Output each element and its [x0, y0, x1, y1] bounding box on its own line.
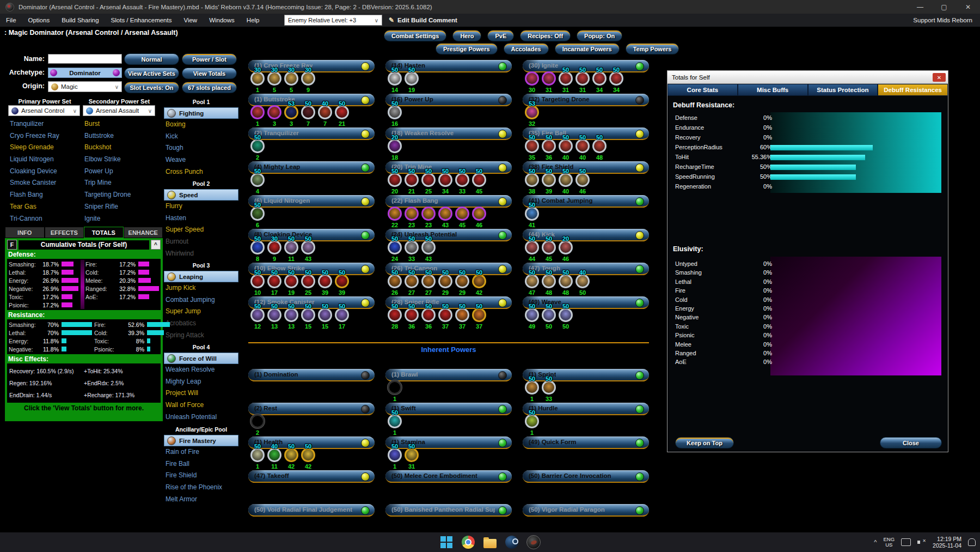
enhancement-slot[interactable]: 5015 — [301, 308, 315, 322]
enhancement-slot[interactable]: 504 — [250, 173, 265, 187]
language-indicator[interactable]: ENGUS — [883, 537, 895, 548]
enhancement-slot[interactable]: 506 — [250, 207, 265, 221]
power-list-item-project-will[interactable]: Project Will — [166, 387, 238, 399]
power-entry-hasten[interactable]: (14) Hasten50145019 — [385, 60, 512, 92]
menu-file[interactable]: File — [0, 14, 22, 27]
enhancement-slot[interactable]: 45 — [455, 207, 469, 221]
support-mids-reborn-link[interactable]: Support Mids Reborn — [913, 14, 972, 27]
view-active-sets-button[interactable]: View Active Sets — [124, 68, 179, 79]
67-slots-placed-button[interactable]: 67 slots placed — [182, 82, 237, 93]
enhancement-slot[interactable]: 2 — [250, 414, 265, 428]
power-entry-takeoff[interactable]: (47) Takeoff — [248, 470, 375, 502]
power-list-item-trip-mine[interactable]: Trip Mine — [84, 177, 157, 189]
power-list-item-burst[interactable]: Burst — [84, 118, 157, 130]
enhancement-slot[interactable]: 5021 — [335, 105, 349, 119]
combat-settings-button[interactable]: Combat Settings — [384, 30, 446, 41]
menu-build-sharing[interactable]: Build Sharing — [56, 14, 105, 27]
totals-for-self-titlebar[interactable]: Totals for Self ✕ — [667, 71, 948, 84]
power-list-item-combat-jumping[interactable]: Combat Jumping — [166, 294, 238, 306]
power-list-item-kick[interactable]: Kick — [166, 131, 238, 143]
enhancement-slot[interactable]: 5043 — [301, 240, 315, 254]
tab-effects[interactable]: EFFECTS — [45, 227, 84, 238]
menu-help[interactable]: Help — [241, 14, 266, 27]
enhancement-slot[interactable]: 1 — [250, 105, 265, 119]
power-list-item-weaken-resolve[interactable]: Weaken Resolve — [166, 364, 238, 376]
power-entry-combat-jumping[interactable]: (41) Combat Jumping5041 — [523, 195, 649, 227]
tab-info[interactable]: INFO — [5, 227, 45, 238]
enhancement-slot[interactable]: 5039 — [542, 173, 556, 187]
mids-reborn-taskbar-icon[interactable] — [526, 535, 541, 549]
power-bar[interactable]: (1) Brawl — [385, 369, 512, 381]
enhancement-slot[interactable]: 5031 — [405, 448, 419, 462]
enhancement-slot[interactable]: 5048 — [592, 139, 607, 153]
power-list-item-super-speed[interactable]: Super Speed — [166, 224, 238, 236]
taskbar-clock[interactable]: 12:19 PM2025-11-04 — [933, 536, 961, 549]
menu-view[interactable]: View — [177, 14, 203, 27]
power-bar[interactable]: (2) Rest — [248, 403, 375, 415]
power-entry-void-radial-final-judgement[interactable]: (50) Void Radial Final Judgement — [248, 504, 375, 536]
chrome-icon[interactable] — [461, 535, 475, 549]
enhancement-slot[interactable]: 5021 — [405, 173, 419, 187]
enhancement-slot[interactable]: 5029 — [438, 274, 452, 288]
normal-button[interactable]: Normal — [124, 53, 179, 65]
enhancement-slot[interactable]: 508 — [250, 240, 265, 254]
close-window-button[interactable]: Close — [880, 437, 942, 448]
incarnate-powers-button[interactable]: Incarnate Powers — [555, 43, 620, 54]
popup-on-button[interactable]: Popup: On — [577, 30, 622, 41]
enhancement-slot[interactable]: 5034 — [592, 71, 607, 86]
enhancement-slot[interactable]: 5034 — [609, 71, 623, 86]
enhancement-slot[interactable]: 301 — [250, 71, 265, 86]
enhancement-slot[interactable]: 5015 — [318, 308, 332, 322]
power-entry-sniper-rifle[interactable]: (28) Sniper Rifle50285036503650375037503… — [385, 296, 512, 328]
archetype-selector[interactable]: Dominator — [48, 68, 122, 78]
power-entry-stamina[interactable]: (1) Stamina5015031 — [385, 436, 512, 468]
power-entry-melee-core-embodiment[interactable]: (50) Melee Core Embodiment — [385, 470, 512, 502]
power-list-item-liquid-nitrogen[interactable]: Liquid Nitrogen — [10, 154, 83, 166]
power-list-item-acrobatics[interactable]: Acrobatics — [166, 318, 238, 330]
maximize-button[interactable]: ▢ — [932, 0, 956, 14]
tab-totals[interactable]: TOTALS — [84, 227, 124, 238]
enhancement-slot[interactable]: 502 — [250, 139, 265, 153]
enhancement-slot[interactable]: 501 — [388, 448, 402, 462]
enhancement-slot[interactable]: 5013 — [284, 308, 298, 322]
power-entry-banished-pantheon-radial-superior[interactable]: (50) Banished Pantheon Radial Superior — [385, 504, 512, 536]
power-list-item-mighty-leap[interactable]: Mighty Leap — [166, 376, 238, 388]
power-list-item-rain-of-fire[interactable]: Rain of Fire — [166, 446, 238, 458]
enhancement-slot[interactable]: 5010 — [250, 274, 265, 288]
power-list-item-whirlwind[interactable]: Whirlwind — [166, 248, 238, 260]
prestige-powers-button[interactable]: Prestige Powers — [436, 43, 498, 54]
enhancement-slot[interactable]: 5031 — [575, 71, 590, 86]
enhancement-slot[interactable]: 501 — [250, 448, 265, 462]
power-list-item-burnout[interactable]: Burnout — [166, 236, 238, 248]
power-bar[interactable]: (1) Domination — [248, 369, 375, 381]
enhancement-slot[interactable]: 2046 — [559, 240, 573, 254]
power-bar[interactable]: (49) Quick Form — [523, 436, 649, 449]
power-entry-health[interactable]: (1) Health501401150425042 — [248, 436, 375, 468]
power-bar[interactable]: (22) Flash Bang — [385, 195, 512, 208]
power-list-item-targeting-drone[interactable]: Targeting Drone — [84, 189, 157, 201]
power-list-item-hasten[interactable]: Hasten — [166, 213, 238, 225]
power-list-item-melt-armor[interactable]: Melt Armor — [166, 494, 238, 506]
enhancement-slot[interactable]: 5049 — [525, 308, 539, 322]
enhancement-slot[interactable]: 5027 — [421, 274, 436, 288]
power-entry-flash-bang[interactable]: (22) Flash Bang222323434546 — [385, 195, 512, 227]
enhancement-slot[interactable]: 5013 — [267, 308, 281, 322]
enhancement-slot[interactable]: 5026 — [388, 274, 402, 288]
pool-set-force-of-will[interactable]: Force of Will — [164, 353, 238, 364]
origin-dropdown[interactable]: Magic ∨ — [48, 81, 122, 92]
enhancement-slot[interactable]: 5332 — [525, 105, 539, 119]
enhancement-slot[interactable]: 5037 — [472, 308, 486, 322]
power-entry-smoke-canister[interactable]: (12) Smoke Canister501250135013501550155… — [248, 296, 375, 328]
display-cast-icon[interactable] — [901, 538, 911, 546]
hero-button[interactable]: Hero — [452, 30, 481, 41]
power-entry-hurdle[interactable]: (1) Hurdle501 — [523, 403, 649, 434]
power-bar[interactable]: (47) Takeoff — [248, 470, 375, 483]
enhancement-slot[interactable]: 5031 — [559, 71, 573, 86]
enhancement-slot[interactable]: 5025 — [301, 274, 315, 288]
power-entry-tough[interactable]: (47) Tough5047504850484050 — [523, 263, 649, 294]
power-entry-liquid-nitrogen[interactable]: (6) Liquid Nitrogen506 — [248, 195, 375, 227]
enhancement-slot[interactable]: 5037 — [455, 308, 469, 322]
enhancement-slot[interactable]: 5025 — [421, 173, 436, 187]
view-totals-button[interactable]: View Totals — [182, 68, 237, 79]
enhancement-slot[interactable]: 5040 — [559, 173, 573, 187]
